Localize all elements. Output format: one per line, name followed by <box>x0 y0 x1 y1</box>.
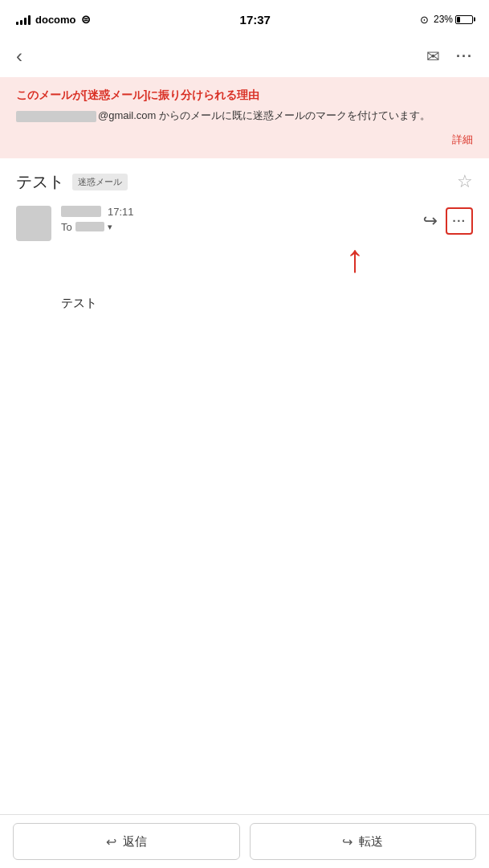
message-actions: ↩ ··· <box>423 207 473 235</box>
battery-container: 23% <box>434 14 473 25</box>
forward-button-label: 転送 <box>359 834 383 850</box>
to-name-blur <box>75 222 104 231</box>
email-body-text: テスト <box>61 296 97 309</box>
toolbar-more-button[interactable]: ··· <box>456 48 473 65</box>
status-time: 17:37 <box>240 13 271 27</box>
screen-rotation-icon: ⊙ <box>420 14 429 26</box>
spam-detail-link[interactable]: 詳細 <box>452 133 473 145</box>
sender-name-blur <box>61 206 101 217</box>
spam-banner-detail: 詳細 <box>16 132 473 147</box>
forward-button-icon: ↪ <box>342 834 352 850</box>
sender-avatar <box>16 206 51 241</box>
more-options-button[interactable]: ··· <box>446 207 473 235</box>
more-options-dots: ··· <box>452 214 466 227</box>
email-subject-row: テスト 迷惑メール ☆ <box>0 158 489 199</box>
status-bar: docomo ⊜ 17:37 ⊙ 23% <box>0 0 489 35</box>
status-right: ⊙ 23% <box>420 14 473 26</box>
star-icon[interactable]: ☆ <box>457 171 473 192</box>
reply-button-icon: ↩ <box>106 834 116 850</box>
signal-icon <box>16 14 31 25</box>
sender-row: 17:11 <box>61 206 414 218</box>
spam-badge: 迷惑メール <box>72 174 128 190</box>
forward-button[interactable]: ↪ 転送 <box>250 823 477 860</box>
mail-icon[interactable]: ✉ <box>426 47 440 66</box>
reply-button[interactable]: ↩ 返信 <box>13 823 240 860</box>
chevron-down-icon[interactable]: ▾ <box>108 222 112 232</box>
spam-banner-body: @gmail.com からのメールに既に迷惑メールのマークを付けています。 <box>16 108 473 124</box>
message-header: 17:11 To ▾ <box>61 206 414 233</box>
toolbar-right: ✉ ··· <box>426 47 473 66</box>
back-button[interactable]: ‹ <box>16 47 22 66</box>
battery-percent: 23% <box>434 14 453 25</box>
red-arrow-icon: ↑ <box>345 240 365 278</box>
reply-icon[interactable]: ↩ <box>423 211 438 231</box>
toolbar: ‹ ✉ ··· <box>0 35 489 77</box>
email-subject: テスト <box>16 171 64 193</box>
email-body: テスト <box>0 288 489 327</box>
arrow-annotation: ↑ <box>337 240 489 288</box>
carrier-name: docomo <box>35 14 76 26</box>
spam-sender-blur <box>16 111 96 122</box>
battery-icon <box>455 15 473 24</box>
wifi-icon: ⊜ <box>81 13 91 26</box>
toolbar-left: ‹ <box>16 47 22 66</box>
status-left: docomo ⊜ <box>16 13 91 26</box>
bottom-actions: ↩ 返信 ↪ 転送 <box>0 814 489 868</box>
to-row: To ▾ <box>61 221 414 233</box>
send-time: 17:11 <box>108 206 134 218</box>
reply-button-label: 返信 <box>123 834 147 850</box>
spam-banner-text: @gmail.com からのメールに既に迷惑メールのマークを付けています。 <box>98 109 430 121</box>
spam-banner: このメールが[迷惑メール]に振り分けられる理由 @gmail.com からのメー… <box>0 77 489 158</box>
spam-banner-title: このメールが[迷惑メール]に振り分けられる理由 <box>16 88 473 103</box>
to-label: To <box>61 221 72 233</box>
